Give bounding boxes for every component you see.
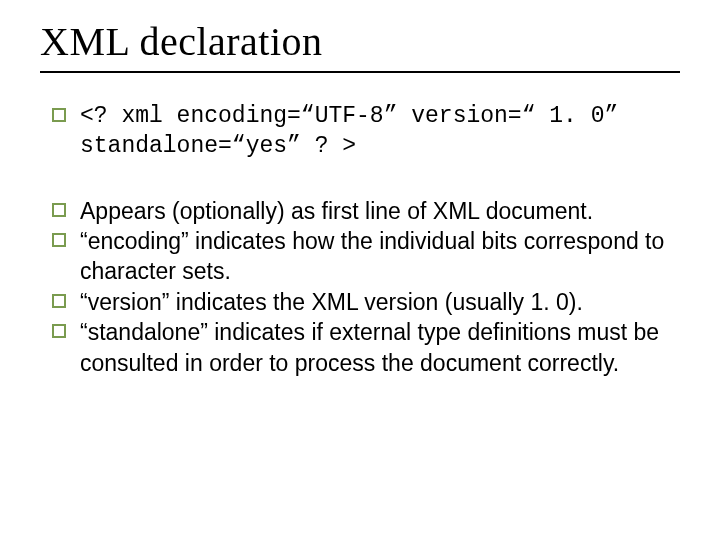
page-title: XML declaration — [40, 18, 680, 65]
bullet-icon — [52, 233, 66, 247]
bullet-list: <? xml encoding=“UTF-8” version=“ 1. 0” … — [52, 101, 680, 378]
bullet-text: Appears (optionally) as first line of XM… — [80, 196, 680, 226]
bullet-text: “encoding” indicates how the individual … — [80, 226, 680, 287]
slide: XML declaration <? xml encoding=“UTF-8” … — [0, 0, 720, 540]
list-item: “version” indicates the XML version (usu… — [52, 287, 680, 317]
bullet-icon — [52, 324, 66, 338]
bullet-icon — [52, 294, 66, 308]
bullet-icon — [52, 203, 66, 217]
bullet-icon — [52, 108, 66, 122]
list-item: “encoding” indicates how the individual … — [52, 226, 680, 287]
list-item: Appears (optionally) as first line of XM… — [52, 196, 680, 226]
list-item: “standalone” indicates if external type … — [52, 317, 680, 378]
bullet-text: “version” indicates the XML version (usu… — [80, 287, 680, 317]
code-line: <? xml encoding=“UTF-8” version=“ 1. 0” … — [80, 101, 680, 162]
bullet-text: “standalone” indicates if external type … — [80, 317, 680, 378]
title-rule — [40, 71, 680, 73]
list-item: <? xml encoding=“UTF-8” version=“ 1. 0” … — [52, 101, 680, 162]
